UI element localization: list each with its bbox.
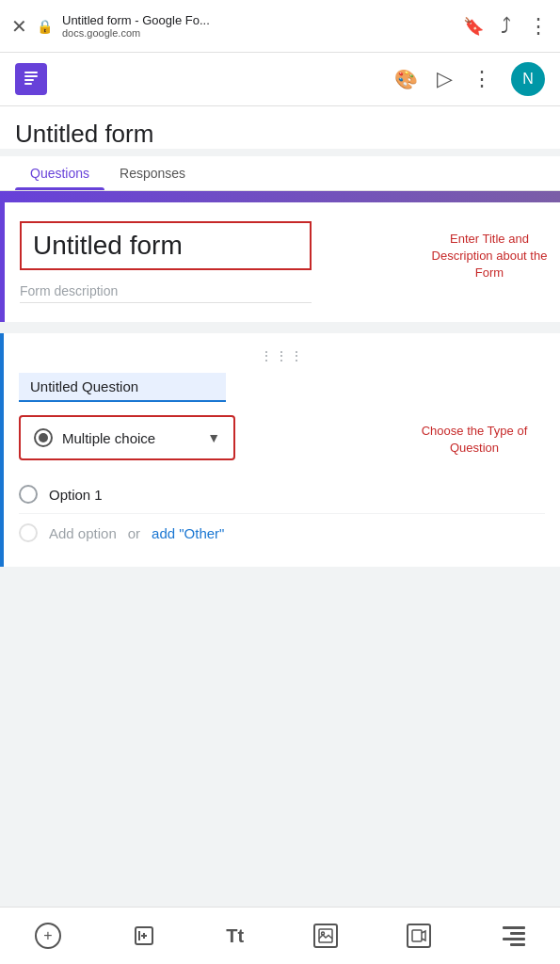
svg-rect-0 (24, 72, 38, 73)
text-tt-icon: Tt (226, 925, 244, 947)
url-area: Untitled form - Google Fo... docs.google… (62, 13, 454, 39)
annotation-type: Choose the Type of Question (413, 423, 536, 457)
section-icon (501, 926, 525, 946)
svg-rect-3 (24, 83, 32, 85)
option-row-1: Option 1 (19, 475, 545, 514)
import-icon (131, 923, 157, 949)
add-option-text[interactable]: Add option (49, 525, 117, 541)
form-description-field[interactable]: Form description (20, 280, 312, 303)
add-option-row: Add option or add "Other" (19, 514, 545, 552)
option-1-label: Option 1 (49, 487, 103, 503)
forms-header-right: 🎨 ▷ ⋮ N (394, 62, 545, 96)
forms-app-header: 🎨 ▷ ⋮ N (0, 53, 560, 106)
form-description-placeholder: Form description (20, 283, 118, 298)
lock-icon: 🔒 (37, 19, 53, 34)
drag-handle[interactable]: ⋮⋮⋮ (19, 348, 545, 363)
add-other-link[interactable]: add "Other" (152, 525, 224, 541)
dropdown-arrow-icon: ▼ (207, 430, 220, 445)
page-title-area: Untitled form (0, 106, 560, 149)
browser-bar: ✕ 🔒 Untitled form - Google Fo... docs.go… (0, 0, 560, 53)
import-questions-button[interactable] (120, 919, 168, 953)
video-icon (407, 924, 431, 948)
browser-action-icons: 🔖 ⤴ ⋮ (463, 14, 549, 39)
browser-more-icon[interactable]: ⋮ (528, 14, 549, 39)
svg-rect-1 (24, 75, 38, 77)
tab-responses[interactable]: Responses (104, 156, 200, 190)
svg-rect-10 (412, 930, 422, 941)
tab-questions[interactable]: Questions (15, 156, 104, 190)
question-title-input[interactable] (19, 373, 226, 402)
forms-logo (15, 63, 47, 95)
svg-rect-2 (24, 79, 34, 81)
content-area: Form description Enter Title and Descrip… (0, 191, 560, 653)
tabs-bar: Questions Responses (0, 156, 560, 191)
question-type-wrapper: Multiple choice ▼ Choose the Type of Que… (19, 415, 545, 460)
add-section-button[interactable] (489, 923, 536, 950)
palette-icon[interactable]: 🎨 (394, 68, 418, 90)
forms-header-left (15, 63, 47, 95)
question-type-selector[interactable]: Multiple choice ▼ (19, 415, 235, 460)
form-title-card: Form description Enter Title and Descrip… (0, 202, 560, 322)
add-title-button[interactable]: Tt (215, 922, 255, 951)
page-title: Untitled form (15, 120, 545, 149)
add-video-button[interactable] (395, 920, 442, 952)
bottom-toolbar: + Tt (0, 907, 560, 964)
forms-more-icon[interactable]: ⋮ (472, 67, 492, 91)
add-option-or-text: or (128, 525, 140, 541)
browser-url: docs.google.com (62, 27, 454, 39)
add-image-button[interactable] (302, 920, 349, 952)
form-title-input[interactable] (20, 221, 312, 270)
send-icon[interactable]: ▷ (437, 67, 453, 91)
option-radio-1 (19, 485, 38, 504)
question-title-row (19, 373, 545, 402)
question-type-label: Multiple choice (62, 430, 198, 446)
bookmark-icon[interactable]: 🔖 (463, 16, 484, 37)
user-avatar[interactable]: N (511, 62, 545, 96)
question-card: ⋮⋮⋮ Multiple choice ▼ Choose the Type of… (0, 333, 560, 567)
browser-page-title: Untitled form - Google Fo... (62, 13, 269, 27)
multiple-choice-radio-icon (34, 428, 53, 447)
form-accent-bar (0, 191, 560, 202)
add-icon: + (35, 923, 61, 949)
annotation-title: Enter Title and Description about the Fo… (428, 231, 551, 282)
image-icon (313, 924, 338, 948)
add-option-radio (19, 523, 38, 542)
add-question-button[interactable]: + (24, 919, 72, 953)
browser-close-button[interactable]: ✕ (11, 15, 27, 38)
share-icon[interactable]: ⤴ (501, 14, 511, 39)
